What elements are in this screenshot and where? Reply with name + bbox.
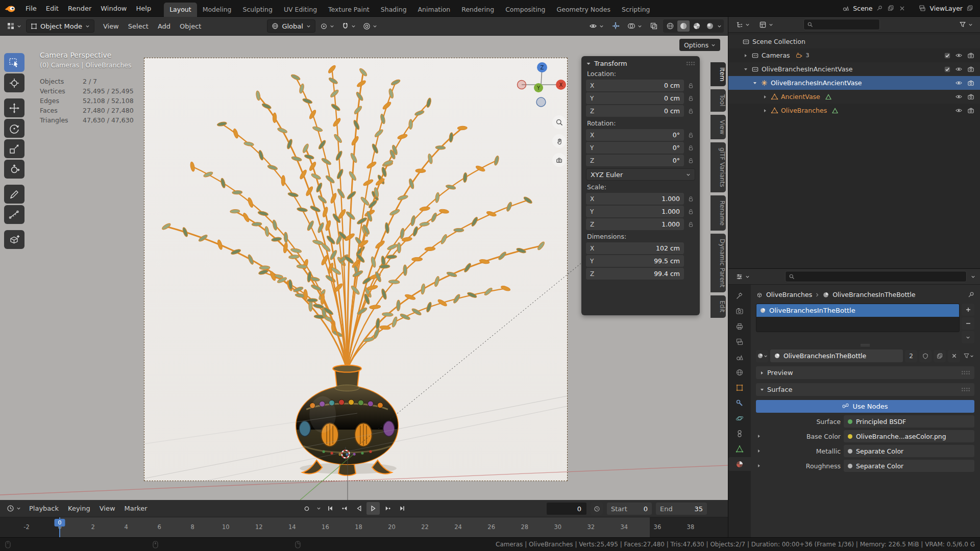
jump-to-end-button[interactable] — [395, 502, 408, 515]
use-nodes-button[interactable]: Use Nodes — [756, 400, 974, 413]
roughness-input[interactable]: Separate Color — [844, 460, 974, 472]
start-frame-field[interactable]: Start0 — [607, 503, 652, 515]
lock-icon[interactable] — [686, 145, 695, 151]
checkbox-icon[interactable] — [944, 53, 950, 59]
lock-icon[interactable] — [686, 83, 695, 89]
annotate-tool[interactable] — [4, 185, 24, 204]
add-slot-button[interactable] — [962, 304, 974, 316]
blender-logo-icon[interactable] — [4, 4, 16, 13]
lock-icon[interactable] — [686, 108, 695, 114]
jump-prev-keyframe-button[interactable] — [338, 502, 351, 515]
scale-field[interactable]: Y1.000 — [586, 206, 684, 217]
display-mode-button[interactable] — [756, 18, 776, 31]
shading-wireframe-button[interactable] — [664, 20, 676, 32]
show-overlays-button[interactable] — [625, 19, 645, 33]
base-color-input[interactable]: OliveBranche...aseColor.png — [844, 430, 974, 442]
workspace-tab[interactable]: Animation — [412, 3, 456, 17]
metallic-input[interactable]: Separate Color — [844, 445, 974, 457]
properties-editor-type-button[interactable] — [733, 270, 752, 283]
dimension-field[interactable]: X102 cm — [586, 242, 684, 254]
dimension-field[interactable]: Y99.5 cm — [586, 255, 684, 267]
play-button[interactable] — [366, 502, 380, 515]
workspace-tab[interactable]: UV Editing — [278, 3, 323, 17]
users-count-button[interactable]: 2 — [905, 350, 917, 362]
proportional-edit-button[interactable] — [360, 19, 380, 33]
transform-panel-title[interactable]: Transform — [594, 60, 627, 67]
timeline-menu-item[interactable]: Keying — [63, 502, 95, 515]
topbar-menu-item[interactable]: Render — [63, 2, 96, 15]
timeline-menu-item[interactable]: Marker — [120, 502, 152, 515]
rotation-field[interactable]: Z0° — [586, 155, 684, 166]
panel-grip-icon[interactable] — [961, 387, 970, 392]
pivot-point-button[interactable] — [317, 19, 337, 33]
sidebar-tab[interactable]: glTF Variants — [710, 142, 726, 192]
pan-button[interactable] — [552, 134, 566, 148]
rotation-field[interactable]: X0° — [586, 129, 684, 141]
scale-tool[interactable] — [4, 139, 24, 158]
toggle-xray-button[interactable] — [647, 19, 660, 33]
preview-panel-header[interactable]: Preview — [756, 366, 974, 379]
sidebar-tab[interactable]: Edit — [710, 295, 726, 317]
dimension-field[interactable]: Z99.4 cm — [586, 268, 684, 280]
scene-selector[interactable]: Scene — [853, 5, 872, 12]
fake-user-button[interactable] — [919, 350, 932, 362]
lock-icon[interactable] — [686, 158, 695, 164]
move-tool[interactable] — [4, 98, 24, 117]
material-slot-active[interactable]: OliveBranchesInTheBottle — [756, 304, 959, 317]
playhead-label[interactable]: 0 — [55, 519, 65, 527]
viewport-menu-item[interactable]: Add — [153, 20, 175, 33]
editor-type-button[interactable] — [4, 19, 24, 33]
topbar-menu-item[interactable]: Window — [96, 2, 131, 15]
shading-material-button[interactable] — [691, 20, 703, 32]
outliner-row-branches[interactable]: OliveBranches — [728, 104, 980, 117]
add-cube-tool[interactable] — [4, 230, 24, 249]
mode-select[interactable]: Object Mode — [26, 19, 94, 33]
end-frame-field[interactable]: End35 — [656, 503, 707, 515]
rotate-tool[interactable] — [4, 119, 24, 138]
workspace-tab[interactable]: Geometry Nodes — [551, 3, 616, 17]
workspace-tab[interactable]: Compositing — [500, 3, 551, 17]
eye-icon[interactable] — [955, 52, 963, 59]
eye-icon[interactable] — [955, 93, 963, 101]
eye-icon[interactable] — [955, 65, 963, 73]
close-scene-icon[interactable] — [898, 4, 906, 12]
select-box-tool[interactable] — [4, 53, 24, 72]
viewport-menu-item[interactable]: View — [99, 20, 124, 33]
auto-keying-options-icon[interactable] — [314, 502, 323, 515]
tab-object-data-icon[interactable] — [731, 442, 748, 456]
tab-physics-icon[interactable] — [731, 411, 748, 425]
camera-view-button[interactable] — [552, 153, 566, 167]
camera-visibility-icon[interactable] — [967, 65, 975, 73]
options-button[interactable]: Options — [679, 39, 720, 51]
properties-search-input[interactable] — [785, 271, 967, 282]
zoom-button[interactable] — [552, 115, 566, 129]
location-field[interactable]: X0 cm — [586, 80, 684, 91]
tab-tool-icon[interactable] — [731, 289, 748, 303]
outliner-row-empty-active[interactable]: OliveBranchesInAncientVase — [728, 76, 980, 90]
new-material-button[interactable] — [934, 350, 946, 362]
outliner-row-scene-collection[interactable]: Scene Collection — [728, 35, 980, 48]
shading-rendered-button[interactable] — [704, 20, 716, 32]
tab-world-icon[interactable] — [731, 365, 748, 379]
panel-grip-icon[interactable] — [686, 61, 695, 66]
location-field[interactable]: Y0 cm — [586, 92, 684, 104]
auto-keying-button[interactable] — [300, 502, 313, 515]
filter-button[interactable] — [957, 18, 975, 31]
lock-icon[interactable] — [686, 132, 695, 138]
panel-collapse-icon[interactable] — [586, 61, 591, 66]
viewport-menu-item[interactable]: Select — [124, 20, 153, 33]
sidebar-tab[interactable]: Tool — [710, 89, 726, 111]
camera-visibility-icon[interactable] — [967, 93, 975, 101]
lock-icon[interactable] — [686, 95, 695, 102]
tab-modifiers-icon[interactable] — [731, 396, 748, 410]
jump-next-keyframe-button[interactable] — [381, 502, 394, 515]
lock-icon[interactable] — [686, 221, 695, 228]
lock-icon[interactable] — [686, 196, 695, 202]
show-gizmo-button[interactable] — [609, 19, 622, 33]
jump-to-start-button[interactable] — [324, 502, 337, 515]
timeline-ruler[interactable]: -202468101214161820222426283032343638 0 — [0, 517, 728, 537]
topbar-menu-item[interactable]: Help — [132, 2, 156, 15]
outliner-row-collection[interactable]: OliveBranchesInAncientVase — [728, 62, 980, 76]
browse-material-button[interactable] — [756, 350, 768, 362]
viewport-3d[interactable]: Camera Perspective (0) Cameras | OliveBr… — [0, 36, 728, 500]
